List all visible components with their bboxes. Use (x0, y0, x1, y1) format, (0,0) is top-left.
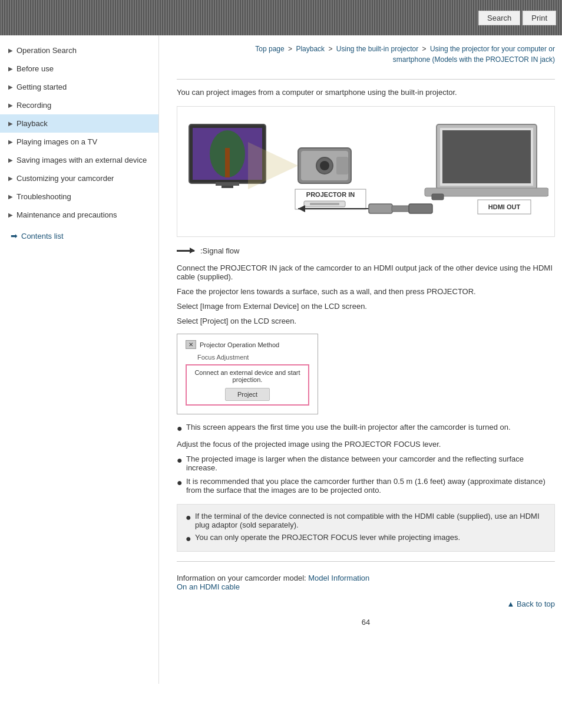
svg-text:HDMI OUT: HDMI OUT (488, 203, 521, 210)
bullet-dot: ● (177, 477, 186, 488)
header: Search Print (0, 0, 562, 35)
sidebar-label-getting-started: Getting started (16, 83, 153, 91)
svg-rect-23 (442, 130, 531, 183)
svg-marker-11 (248, 142, 298, 189)
sidebar-item-recording[interactable]: ▶ Recording (0, 96, 158, 114)
screenshot-box: ✕ Projector Operation Method Focus Adjus… (177, 334, 318, 414)
print-button[interactable]: Print (523, 11, 556, 25)
svg-rect-27 (432, 194, 444, 200)
project-section: Connect an external device and start pro… (186, 364, 309, 406)
main-content: Top page > Playback > Using the built-in… (159, 35, 562, 684)
sidebar-item-playback[interactable]: ▶ Playback (0, 114, 158, 133)
signal-flow: :Signal flow (177, 246, 555, 255)
step-2: Face the projector lens towards a surfac… (177, 287, 555, 296)
sidebar-item-operation-search[interactable]: ▶ Operation Search (0, 41, 158, 60)
page-number: 64 (177, 608, 555, 631)
back-to-top-link[interactable]: ▲ Back to top (507, 599, 555, 608)
sidebar-label-before-use: Before use (16, 64, 153, 73)
hdmi-link[interactable]: On an HDMI cable (177, 582, 240, 591)
svg-rect-15 (310, 203, 339, 205)
footer-links: Information on your camcorder model: Mod… (177, 574, 555, 591)
svg-rect-19 (392, 206, 409, 212)
bullet-text-recommended: It is recommended that you place the cam… (186, 477, 555, 495)
sidebar-item-maintenance-precautions[interactable]: ▶ Maintenance and precautions (0, 206, 158, 224)
bullet-dot: ● (186, 533, 195, 544)
top-divider (177, 79, 555, 80)
footer-info-text: Information on your camcorder model: (177, 574, 306, 582)
focus-label: Focus Adjustment (186, 354, 309, 361)
bullet-list-focus: ● The projected image is larger when the… (177, 454, 555, 495)
note-text-focus-lever: You can only operate the PROJECTOR FOCUS… (195, 533, 460, 542)
bullet-item-first-time: ● This screen appears the first time you… (177, 423, 555, 434)
breadcrumb-sep2: > (328, 45, 334, 53)
sidebar-item-before-use[interactable]: ▶ Before use (0, 60, 158, 78)
sidebar-item-getting-started[interactable]: ▶ Getting started (0, 78, 158, 96)
breadcrumb-using-projector[interactable]: Using the built-in projector (336, 45, 418, 53)
bullet-text-projected-image: The projected image is larger when the d… (186, 454, 555, 472)
arrow-icon: ▶ (8, 65, 13, 72)
sidebar: ▶ Operation Search ▶ Before use ▶ Gettin… (0, 35, 159, 684)
signal-flow-label: :Signal flow (200, 246, 239, 255)
note-list: ● If the terminal of the device connecte… (186, 512, 546, 544)
sidebar-item-saving-images[interactable]: ▶ Saving images with an external device (0, 151, 158, 169)
contents-list-label: Contents list (21, 232, 64, 241)
breadcrumb-top-page[interactable]: Top page (255, 45, 284, 53)
svg-rect-5 (222, 186, 233, 188)
note-text-hdmi-adaptor: If the terminal of the device connected … (195, 512, 546, 529)
arrow-icon: ▶ (8, 193, 13, 200)
sidebar-label-operation-search: Operation Search (16, 46, 153, 55)
contents-list-link[interactable]: ➡ Contents list (0, 224, 158, 245)
svg-point-9 (320, 161, 329, 170)
step-4: Select [Project] on the LCD screen. (177, 317, 555, 325)
sidebar-label-recording: Recording (16, 101, 153, 110)
sidebar-label-saving-images: Saving images with an external device (16, 156, 153, 164)
bullet-dot: ● (186, 512, 195, 523)
project-button[interactable]: Project (225, 388, 270, 401)
header-buttons: Search Print (478, 11, 556, 25)
note-box: ● If the terminal of the device connecte… (177, 504, 555, 552)
note-item-focus-lever: ● You can only operate the PROJECTOR FOC… (186, 533, 546, 544)
screenshot-title-label: Projector Operation Method (200, 341, 279, 348)
sidebar-label-playback: Playback (16, 119, 153, 128)
arrow-icon: ▶ (8, 84, 13, 90)
arrow-icon: ▶ (8, 157, 13, 163)
svg-rect-4 (216, 182, 239, 186)
arrow-icon: ▶ (8, 175, 13, 182)
bullet-item-projected-image: ● The projected image is larger when the… (177, 454, 555, 472)
note-item-hdmi-adaptor: ● If the terminal of the device connecte… (186, 512, 546, 529)
bullet-list-first: ● This screen appears the first time you… (177, 423, 555, 434)
arrow-icon: ▶ (8, 212, 13, 218)
svg-rect-10 (336, 157, 348, 174)
sidebar-label-troubleshooting: Troubleshooting (16, 192, 153, 201)
search-button[interactable]: Search (478, 11, 520, 25)
bullet-text-first-time: This screen appears the first time you u… (186, 423, 511, 431)
sidebar-label-playing-images-tv: Playing images on a TV (16, 137, 153, 146)
back-to-top[interactable]: ▲ Back to top (177, 599, 555, 608)
sidebar-item-customizing-camcorder[interactable]: ▶ Customizing your camcorder (0, 169, 158, 187)
arrow-icon: ▶ (8, 120, 13, 127)
page-layout: ▶ Operation Search ▶ Before use ▶ Gettin… (0, 35, 562, 684)
bullet-item-recommended: ● It is recommended that you place the c… (177, 477, 555, 495)
breadcrumb-sep: > (288, 45, 294, 53)
intro-text: You can project images from a computer o… (177, 88, 555, 97)
svg-text:PROJECTOR IN: PROJECTOR IN (306, 191, 355, 198)
sidebar-item-playing-images-tv[interactable]: ▶ Playing images on a TV (0, 133, 158, 151)
svg-rect-18 (369, 204, 392, 213)
arrow-icon: ▶ (8, 102, 13, 108)
contents-list-arrow-icon: ➡ (11, 231, 18, 241)
close-icon[interactable]: ✕ (186, 340, 196, 349)
svg-rect-3 (225, 148, 230, 177)
connect-text: Connect an external device and start pro… (190, 369, 305, 383)
sidebar-item-troubleshooting[interactable]: ▶ Troubleshooting (0, 187, 158, 206)
arrow-icon: ▶ (8, 139, 13, 145)
breadcrumb-playback[interactable]: Playback (296, 45, 325, 53)
breadcrumb: Top page > Playback > Using the built-in… (177, 35, 555, 71)
arrow-icon: ▶ (8, 47, 13, 54)
signal-arrow (177, 250, 194, 252)
bullet-dot: ● (177, 454, 186, 466)
screenshot-title: ✕ Projector Operation Method (186, 340, 309, 349)
breadcrumb-sep3: > (422, 45, 428, 53)
model-info-link[interactable]: Model Information (308, 574, 369, 582)
sidebar-label-customizing-camcorder: Customizing your camcorder (16, 174, 153, 183)
bottom-divider (177, 561, 555, 562)
